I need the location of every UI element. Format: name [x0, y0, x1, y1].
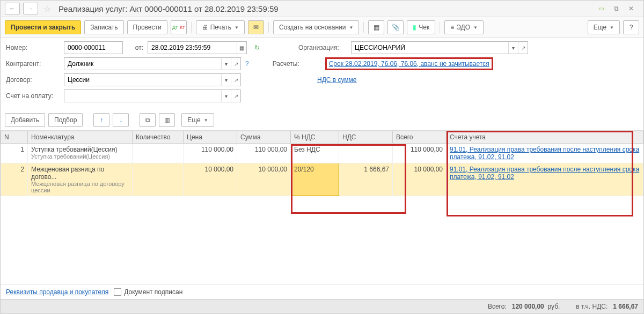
receipt-icon: ▮ [413, 24, 416, 31]
post-and-close-button[interactable]: Провести и закрыть [5, 20, 81, 34]
mail-button[interactable]: ✉ [248, 20, 264, 34]
move-down-button[interactable]: ↓ [113, 113, 129, 127]
calc-link[interactable]: Срок 28.02.2019, 76.06, 76.06, аванс не … [329, 60, 489, 68]
col-price[interactable]: Цена [184, 131, 237, 144]
dt-kt-button[interactable]: ДтКт [171, 20, 187, 34]
calc-label: Расчеты: [273, 60, 321, 68]
add-row-button[interactable]: Добавить [5, 113, 45, 127]
post-button[interactable]: Провести [127, 20, 167, 34]
chevron-down-icon[interactable]: ▾ [221, 90, 231, 102]
more-button[interactable]: Еще▼ [588, 20, 620, 34]
chevron-down-icon[interactable]: ▾ [221, 74, 231, 86]
col-nomen[interactable]: Номенклатура [28, 131, 133, 144]
select-items-button[interactable]: Подбор [48, 113, 83, 127]
contract-input[interactable]: ▾↗ [64, 73, 241, 86]
col-vat[interactable]: НДС [339, 131, 393, 144]
save-button[interactable]: Записать [84, 20, 123, 34]
table-toolbar: Добавить Подбор ↑ ↓ ⧉ ▥ Еще▼ [1, 110, 643, 130]
org-input[interactable]: ▾↗ [351, 41, 528, 54]
chevron-down-icon[interactable]: ▾ [221, 58, 231, 70]
star-icon[interactable]: ☆ [41, 3, 53, 14]
col-vatp[interactable]: % НДС [291, 131, 339, 144]
table-row[interactable]: 1 Уступка требований(Цессия)Уступка треб… [1, 144, 643, 163]
vat-mode-link[interactable]: НДС в сумме [317, 76, 357, 84]
doc-signed-checkbox[interactable]: Документ подписан [114, 288, 182, 296]
statusbar: Всего: 120 000,00 руб. в т.ч. НДС: 1 666… [1, 299, 643, 313]
col-sum[interactable]: Сумма [237, 131, 291, 144]
calendar-icon[interactable]: ▦ [237, 42, 246, 54]
struct-button[interactable]: ▦ [368, 20, 384, 34]
refresh-icon[interactable]: ↻ [251, 42, 263, 54]
edo-button[interactable]: ≡ЭДО▼ [444, 20, 484, 34]
forward-button[interactable]: → [23, 3, 38, 14]
number-input[interactable] [64, 41, 123, 54]
chevron-down-icon[interactable]: ▾ [508, 42, 518, 54]
form-area: Номер: от: ▦ ↻ Организация: ▾↗ Контраген… [1, 38, 643, 110]
edo-icon: ≡ [450, 24, 454, 31]
open-icon[interactable]: ↗ [518, 42, 528, 54]
note-icon[interactable]: ▭ [595, 3, 607, 14]
help-small-icon[interactable]: ? [245, 60, 249, 68]
counter-input[interactable]: ▾↗ [64, 57, 241, 70]
attach-button[interactable]: 📎 [387, 20, 404, 34]
vat-rate-cell-editing[interactable]: 20/120 [291, 163, 339, 196]
paste-button[interactable]: ▥ [159, 113, 175, 127]
move-up-button[interactable]: ↑ [93, 113, 109, 127]
grid[interactable]: N Номенклатура Количество Цена Сумма % Н… [1, 130, 643, 285]
col-total[interactable]: Всего [393, 131, 447, 144]
contract-label: Договор: [6, 76, 60, 84]
main-toolbar: Провести и закрыть Записать Провести ДтК… [1, 17, 643, 38]
calc-highlight: Срок 28.02.2019, 76.06, 76.06, аванс не … [325, 57, 493, 70]
date-input[interactable]: ▦ [148, 41, 247, 54]
printer-icon: 🖨 [202, 24, 208, 31]
requisites-link[interactable]: Реквизиты продавца и покупателя [6, 288, 108, 296]
col-n[interactable]: N [1, 131, 28, 144]
counter-label: Контрагент: [6, 60, 60, 68]
table-more-button[interactable]: Еще▼ [181, 113, 214, 127]
invoice-label: Счет на оплату: [6, 92, 60, 100]
invoice-input[interactable]: ▾↗ [64, 89, 241, 102]
titlebar: ← → ☆ Реализация услуг: Акт 0000-000011 … [1, 1, 643, 17]
col-qty[interactable]: Количество [133, 131, 184, 144]
org-label: Организация: [298, 44, 347, 51]
open-icon[interactable]: ↗ [231, 74, 240, 86]
number-label: Номер: [6, 44, 60, 51]
create-based-button[interactable]: Создать на основании▼ [273, 20, 359, 34]
print-button[interactable]: 🖨Печать▼ [196, 20, 245, 34]
back-button[interactable]: ← [5, 3, 20, 14]
open-icon[interactable]: ↗ [231, 58, 240, 70]
acct-link[interactable]: 91.01, Реализация права требования после… [450, 146, 639, 161]
from-label: от: [127, 44, 143, 51]
check-button[interactable]: ▮Чек [407, 20, 435, 34]
copy-button[interactable]: ⧉ [140, 113, 156, 127]
window-title: Реализация услуг: Акт 0000-000011 от 28.… [58, 4, 592, 13]
close-icon[interactable]: ✕ [625, 3, 637, 14]
table-row[interactable]: 2 Межценовая разница по догово...Межцено… [1, 163, 643, 196]
footer: Реквизиты продавца и покупателя Документ… [1, 285, 643, 299]
acct-link[interactable]: 91.01, Реализация права требования после… [450, 166, 639, 181]
detach-icon[interactable]: ⧉ [610, 3, 622, 14]
help-button[interactable]: ? [623, 20, 639, 34]
open-icon[interactable]: ↗ [231, 90, 240, 102]
col-acct[interactable]: Счета учета [447, 131, 643, 144]
